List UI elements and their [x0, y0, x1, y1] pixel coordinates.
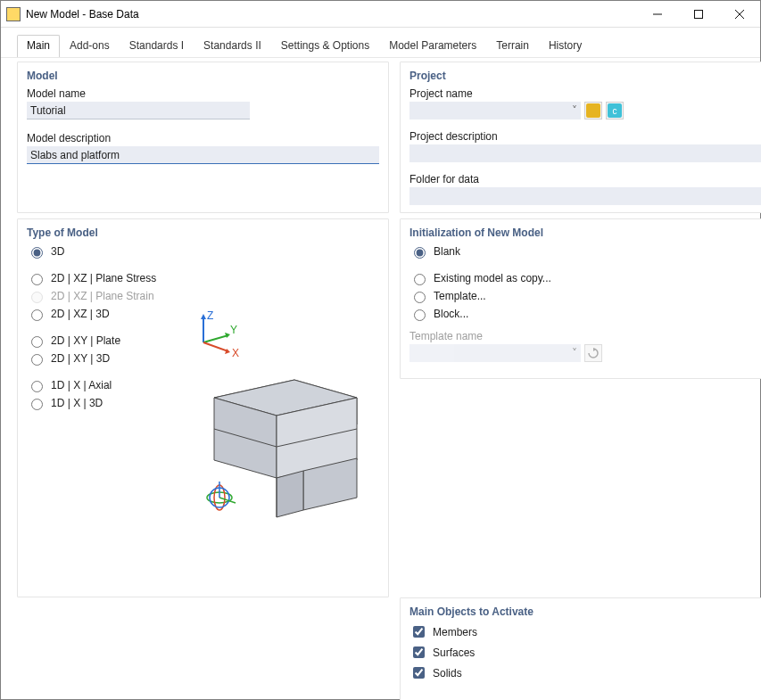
- init-option-label: Existing model as copy...: [434, 272, 551, 284]
- tab-standards-ii[interactable]: Standards II: [194, 35, 271, 57]
- project-panel: Project Project name ˅ c Project descrip…: [400, 62, 761, 213]
- folder-icon: [586, 103, 600, 118]
- project-heading: Project: [409, 70, 761, 82]
- type-radio[interactable]: [31, 354, 43, 366]
- type-heading: Type of Model: [27, 226, 379, 239]
- minimize-button[interactable]: [637, 1, 678, 28]
- titlebar: New Model - Base Data: [1, 1, 760, 28]
- svg-marker-4: [201, 314, 206, 319]
- type-radio[interactable]: [31, 399, 43, 410]
- app-icon: [6, 7, 21, 21]
- template-name-label: Template name: [409, 330, 761, 342]
- init-option-label: Blank: [434, 245, 460, 258]
- init-option-label: Template...: [434, 290, 486, 302]
- type-option-label: 3D: [51, 245, 64, 258]
- mainobj-item-members[interactable]: Members: [409, 623, 761, 640]
- project-cloud-button[interactable]: c: [606, 102, 624, 119]
- type-option-label: 1D | X | Axial: [51, 379, 112, 391]
- type-option-label: 2D | XZ | Plane Strain: [51, 290, 154, 302]
- tab-add-ons[interactable]: Add-ons: [60, 35, 120, 57]
- project-name-label: Project name: [409, 87, 761, 100]
- type-radio[interactable]: [31, 381, 43, 392]
- mainobj-item-solids[interactable]: Solids: [409, 664, 761, 681]
- tab-standards-i[interactable]: Standards I: [120, 35, 194, 57]
- type-option-label: 1D | X | 3D: [51, 397, 103, 409]
- project-desc-field: [409, 144, 761, 162]
- init-option-label: Block...: [434, 308, 468, 320]
- type-radio[interactable]: [31, 309, 43, 321]
- window-root: New Model - Base Data MainAdd-onsStandar…: [0, 0, 761, 700]
- type-option-label: 2D | XY | 3D: [51, 352, 110, 365]
- content: Model Model name Model description Proje…: [1, 58, 760, 700]
- mainobj-checkbox[interactable]: [413, 667, 425, 679]
- project-manager-button[interactable]: [584, 102, 602, 119]
- type-option-label: 2D | XZ | Plane Stress: [51, 272, 156, 284]
- tabstrip: MainAdd-onsStandards IStandards IISettin…: [1, 28, 760, 58]
- type-option-1[interactable]: 2D | XZ | Plane Stress: [27, 271, 379, 285]
- init-radio[interactable]: [414, 309, 426, 321]
- tab-history[interactable]: History: [539, 35, 591, 57]
- model-heading: Model: [27, 70, 379, 82]
- project-desc-label: Project description: [409, 130, 761, 143]
- mainobj-checkbox[interactable]: [413, 626, 425, 638]
- svg-text:X: X: [232, 347, 239, 359]
- y-axis-icon: [203, 335, 228, 342]
- mainobj-label: Members: [433, 626, 477, 638]
- init-panel: Initialization of New Model BlankExistin…: [400, 218, 761, 379]
- svg-marker-17: [277, 471, 303, 517]
- tab-terrain[interactable]: Terrain: [486, 35, 539, 57]
- model-illustration: Z Y X: [187, 300, 379, 523]
- init-option-2[interactable]: Template...: [409, 289, 761, 303]
- refresh-icon: [588, 348, 599, 358]
- type-of-model-panel: Type of Model 3D2D | XZ | Plane Stress2D…: [17, 218, 389, 597]
- chevron-down-icon: ˅: [572, 104, 577, 117]
- model-name-label: Model name: [27, 87, 379, 100]
- type-option-label: 2D | XY | Plate: [51, 334, 120, 347]
- mainobj-item-surfaces[interactable]: Surfaces: [409, 644, 761, 661]
- svg-text:Y: Y: [230, 324, 237, 336]
- svg-rect-1: [695, 10, 703, 18]
- model-name-input[interactable]: [27, 102, 250, 119]
- main-objects-panel: Main Objects to Activate MembersSurfaces…: [400, 597, 761, 700]
- type-radio[interactable]: [31, 247, 43, 259]
- init-heading: Initialization of New Model: [409, 226, 761, 239]
- close-button[interactable]: [719, 1, 760, 28]
- cloud-icon: c: [608, 103, 622, 118]
- type-option-0[interactable]: 3D: [27, 244, 379, 259]
- mainobj-checkbox[interactable]: [413, 646, 425, 658]
- tab-model-parameters[interactable]: Model Parameters: [379, 35, 486, 57]
- svg-text:Z: Z: [207, 309, 213, 322]
- model-desc-label: Model description: [27, 132, 379, 144]
- mainobj-label: Surfaces: [433, 646, 475, 659]
- chevron-down-icon: ˅: [572, 347, 577, 359]
- init-option-1[interactable]: Existing model as copy...: [409, 271, 761, 285]
- tab-settings-options[interactable]: Settings & Options: [271, 35, 379, 57]
- type-option-label: 2D | XZ | 3D: [51, 308, 110, 320]
- maximize-button[interactable]: [678, 1, 719, 28]
- folder-field: [409, 187, 761, 205]
- tab-main[interactable]: Main: [17, 35, 60, 57]
- init-option-0[interactable]: Blank: [409, 244, 761, 259]
- type-radio: [31, 292, 43, 303]
- init-option-3[interactable]: Block...: [409, 307, 761, 321]
- model-panel: Model Model name Model description: [17, 62, 389, 213]
- mainobj-heading: Main Objects to Activate: [409, 605, 761, 618]
- init-radio[interactable]: [414, 274, 426, 285]
- type-radio[interactable]: [31, 274, 43, 285]
- template-refresh-button: [584, 344, 602, 362]
- type-radio[interactable]: [31, 336, 43, 348]
- init-radio[interactable]: [414, 247, 426, 259]
- project-name-combo[interactable]: ˅: [409, 102, 581, 119]
- mainobj-label: Solids: [433, 667, 462, 679]
- model-desc-input[interactable]: [27, 146, 379, 164]
- x-axis-icon: [203, 342, 228, 351]
- folder-label: Folder for data: [409, 173, 761, 185]
- init-radio[interactable]: [414, 292, 426, 303]
- window-title: New Model - Base Data: [26, 8, 139, 21]
- template-name-combo: ˅: [409, 344, 581, 362]
